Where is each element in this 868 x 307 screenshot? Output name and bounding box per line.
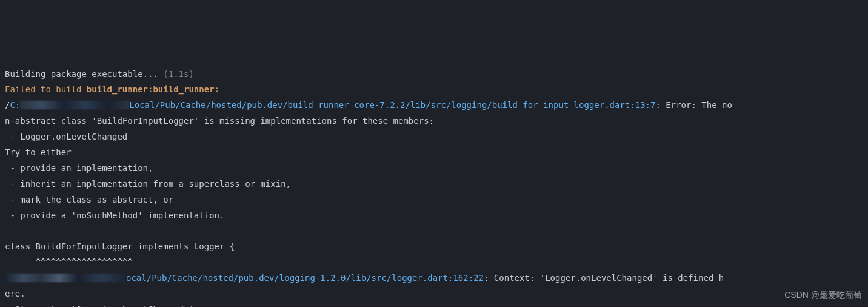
missing-member-line: - Logger.onLevelChanged [5, 132, 127, 141]
build-fail-line: Failed to build build_runner:build_runne… [5, 84, 219, 94]
suggestion-item: - provide a 'noSuchMethod' implementatio… [5, 211, 224, 220]
error-path-line: /C:Local/Pub/Cache/hosted/pub.dev/build_… [5, 100, 732, 110]
file-link-1[interactable]: C:Local/Pub/Cache/hosted/pub.dev/build_r… [10, 100, 655, 110]
error-message-line: n-abstract class 'BuildForInputLogger' i… [5, 116, 434, 126]
context-path-line: ocal/Pub/Cache/hosted/pub.dev/logging-1.… [5, 273, 724, 283]
redacted-path-2 [5, 274, 126, 282]
suggestion-item: - mark the class as abstract, or [5, 195, 173, 204]
terminal-output: Building package executable... (1.1s) Fa… [5, 67, 863, 307]
code-snippet-line: class BuildForInputLogger implements Log… [5, 241, 235, 251]
watermark: CSDN @最爱吃葡萄 [784, 288, 862, 303]
build-status-line: Building package executable... (1.1s) [5, 69, 194, 79]
context-continuation: ere. [5, 289, 25, 299]
build-time: (1.1s) [163, 69, 194, 79]
caret-marker-line: ^^^^^^^^^^^^^^^^^^^ [5, 257, 133, 267]
redacted-path-1 [20, 101, 129, 109]
suggestion-item: - inherit an implementation from a super… [5, 179, 291, 189]
file-link-2[interactable]: ocal/Pub/Cache/hosted/pub.dev/logging-1.… [126, 273, 484, 283]
code-snippet-line: Stream<Level?> get onLevelChanged { [5, 305, 194, 307]
suggestion-header: Try to either [5, 147, 72, 157]
suggestion-item: - provide an implementation, [5, 163, 153, 173]
